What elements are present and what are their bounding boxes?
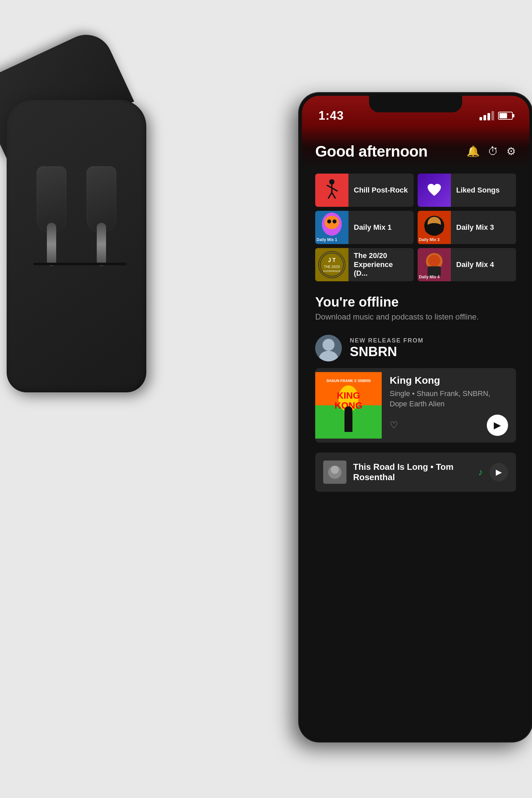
svg-line-3 — [332, 188, 338, 191]
signal-icon — [479, 111, 494, 120]
earbud-stem-left — [47, 223, 56, 266]
track-play-button[interactable]: ▶ — [490, 463, 508, 481]
svg-text:KING: KING — [337, 391, 360, 401]
offline-description: Download music and podcasts to listen of… — [315, 312, 516, 322]
new-release-text: NEW RELEASE FROM SNBRN — [350, 337, 424, 359]
grid-item-chill-postrock[interactable]: Chill Post-Rock — [315, 174, 414, 207]
bottom-track[interactable]: This Road Is Long • Tom Rosenthal ♪ ▶ — [315, 453, 516, 492]
header-icons[interactable]: 🔔 ⏱ ⚙ — [467, 145, 516, 158]
svg-point-26 — [323, 339, 335, 351]
daily-mix-4-art-text: Daily Mix 4 — [419, 274, 440, 279]
release-card[interactable]: SHAUN FRANK X SNBRN KING KONG King Kong … — [315, 368, 516, 442]
svg-point-10 — [332, 220, 337, 224]
svg-rect-34 — [344, 412, 353, 432]
status-bar: 1:43 — [302, 106, 529, 126]
status-icons — [479, 111, 513, 120]
daily-mix-1-art-text: Daily Mix 1 — [317, 238, 337, 242]
svg-text:THE 20/20: THE 20/20 — [324, 265, 340, 269]
phone: 1:43 Good afternoon — [299, 93, 532, 758]
battery-icon — [498, 112, 513, 120]
settings-icon[interactable]: ⚙ — [507, 145, 516, 158]
daily-mix-1-art: Daily Mix 1 — [315, 211, 348, 244]
bell-icon[interactable]: 🔔 — [467, 145, 480, 158]
svg-text:EXPERIENCE: EXPERIENCE — [323, 270, 341, 273]
svg-point-0 — [329, 179, 335, 185]
daily-mix-1-label: Daily Mix 1 — [348, 223, 397, 232]
svg-line-2 — [327, 185, 332, 188]
offline-title: You're offline — [315, 294, 516, 309]
case-hinge — [33, 263, 126, 265]
svg-text:J T: J T — [328, 258, 336, 263]
svg-line-5 — [332, 192, 336, 198]
earbud-stem-right — [97, 223, 106, 266]
liked-songs-art — [418, 174, 451, 207]
track-name: This Road Is Long • Tom Rosenthal — [353, 462, 472, 482]
svg-text:SHAUN FRANK X SNBRN: SHAUN FRANK X SNBRN — [326, 379, 370, 383]
svg-point-35 — [344, 406, 353, 414]
grid-item-daily-mix-3[interactable]: Daily Mix 3 Daily Mix 3 — [418, 211, 516, 244]
daily-mix-3-art-text: Daily Mix 3 — [419, 238, 440, 242]
greeting-text: Good afternoon — [315, 142, 428, 160]
svg-point-14 — [425, 223, 443, 235]
spotify-icon: ♪ — [478, 467, 483, 477]
battery-fill — [499, 113, 507, 118]
release-actions: ♡ ▶ — [390, 415, 508, 436]
release-art: SHAUN FRANK X SNBRN KING KONG — [315, 372, 382, 439]
daily-mix-3-art: Daily Mix 3 — [418, 211, 451, 244]
release-title: King Kong — [390, 375, 508, 386]
2020-art: J T THE 20/20 EXPERIENCE — [315, 248, 348, 281]
grid-item-daily-mix-4[interactable]: Daily Mix 4 Daily Mix 4 — [418, 248, 516, 281]
earbuds-case — [0, 100, 153, 399]
daily-mix-3-label: Daily Mix 3 — [451, 223, 499, 232]
new-release-header: NEW RELEASE FROM SNBRN — [315, 335, 516, 361]
phone-body: 1:43 Good afternoon — [299, 93, 532, 741]
daily-mix-4-art: Daily Mix 4 — [418, 248, 451, 281]
app-header: Good afternoon 🔔 ⏱ ⚙ — [315, 136, 516, 160]
grid-item-daily-mix-1[interactable]: Daily Mix 1 Daily Mix 1 — [315, 211, 414, 244]
grid-item-2020[interactable]: J T THE 20/20 EXPERIENCE The 20/20 Exper… — [315, 248, 414, 281]
release-subtitle: Single • Shaun Frank, SNBRN,Dope Earth A… — [390, 389, 508, 409]
earbud-right — [87, 166, 116, 233]
history-icon[interactable]: ⏱ — [488, 145, 498, 158]
svg-point-38 — [331, 466, 339, 474]
heart-button[interactable]: ♡ — [390, 420, 398, 431]
track-thumbnail — [323, 460, 346, 484]
status-time: 1:43 — [319, 109, 344, 123]
artist-avatar[interactable] — [315, 335, 342, 361]
new-release-section: NEW RELEASE FROM SNBRN — [315, 335, 516, 442]
svg-point-23 — [428, 255, 440, 267]
items-grid: Chill Post-Rock Liked Songs — [315, 174, 516, 281]
earbud-left — [37, 166, 66, 233]
release-info: King Kong Single • Shaun Frank, SNBRN,Do… — [382, 368, 516, 442]
daily-mix-4-label: Daily Mix 4 — [451, 260, 499, 269]
chill-postrock-label: Chill Post-Rock — [348, 186, 413, 194]
app-content: Good afternoon 🔔 ⏱ ⚙ — [302, 136, 529, 739]
svg-point-8 — [324, 216, 339, 229]
new-release-label: NEW RELEASE FROM — [350, 337, 424, 344]
case-body — [7, 100, 146, 392]
2020-label: The 20/20 Experience (D... — [348, 251, 414, 278]
grid-item-liked-songs[interactable]: Liked Songs — [418, 174, 516, 207]
phone-screen: 1:43 Good afternoon — [302, 96, 529, 739]
svg-point-9 — [327, 220, 331, 224]
svg-line-4 — [328, 192, 332, 198]
artist-name: SNBRN — [350, 344, 424, 359]
chill-postrock-art — [315, 174, 348, 207]
liked-songs-label: Liked Songs — [451, 186, 505, 194]
offline-section: You're offline Download music and podcas… — [315, 294, 516, 322]
play-button[interactable]: ▶ — [487, 415, 508, 436]
